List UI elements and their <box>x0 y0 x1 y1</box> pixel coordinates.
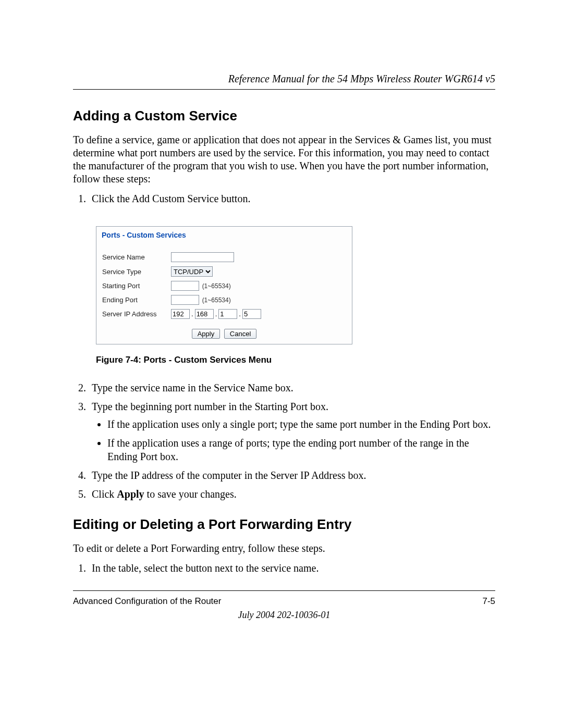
service-name-input[interactable] <box>171 252 234 262</box>
service-type-select[interactable]: TCP/UDP <box>171 266 213 277</box>
step-3: Type the beginning port number in the St… <box>89 400 495 463</box>
running-head: Reference Manual for the 54 Mbps Wireles… <box>73 73 495 85</box>
step-3-text: Type the beginning port number in the St… <box>92 401 328 412</box>
label-ending-port: Ending Port <box>102 294 170 305</box>
section2-steps: In the table, select the button next to … <box>73 561 495 575</box>
footer-left: Advanced Configuration of the Router <box>73 596 221 607</box>
steps-list-after: Type the service name in the Service Nam… <box>73 381 495 501</box>
document-page: Reference Manual for the 54 Mbps Wireles… <box>0 0 563 652</box>
footer-rule <box>73 590 495 591</box>
starting-port-input[interactable] <box>171 281 199 291</box>
apply-button[interactable]: Apply <box>192 329 221 339</box>
ending-port-range: (1~65534) <box>202 297 231 304</box>
section-heading-adding: Adding a Custom Service <box>73 108 495 124</box>
ip-octet-3[interactable] <box>218 309 237 319</box>
ip-octet-4[interactable] <box>242 309 261 319</box>
label-starting-port: Starting Port <box>102 280 170 291</box>
panel-title: Ports - Custom Services <box>102 231 347 239</box>
starting-port-range: (1~65534) <box>202 282 231 290</box>
footer-right: 7-5 <box>482 596 495 607</box>
header-rule <box>73 89 495 90</box>
steps-list-top: Click the Add Custom Service button. <box>73 192 495 205</box>
panel-form-table: Service Name Service Type TCP/UDP Starti… <box>102 249 262 323</box>
step-5-post: to save your changes. <box>144 488 237 500</box>
ip-dot: . <box>190 310 195 318</box>
step-4: Type the IP address of the computer in t… <box>89 468 495 482</box>
section2-intro: To edit or delete a Port Forwarding entr… <box>73 542 495 555</box>
ports-custom-services-panel: Ports - Custom Services Service Name Ser… <box>96 226 352 344</box>
step-1: Click the Add Custom Service button. <box>89 192 495 205</box>
step-2: Type the service name in the Service Nam… <box>89 381 495 394</box>
page-footer: Advanced Configuration of the Router 7-5 <box>73 596 495 607</box>
section2-step-1: In the table, select the button next to … <box>89 561 495 575</box>
ending-port-input[interactable] <box>171 295 199 305</box>
label-server-ip: Server IP Address <box>102 309 170 319</box>
figure-7-4: Ports - Custom Services Service Name Ser… <box>96 226 495 365</box>
step-3-bullets: If the application uses only a single po… <box>92 417 495 463</box>
ip-octet-1[interactable] <box>171 309 190 319</box>
footer-date: July 2004 202-10036-01 <box>73 610 495 621</box>
step-5-bold: Apply <box>117 488 144 500</box>
ip-octet-2[interactable] <box>195 309 214 319</box>
intro-paragraph: To define a service, game or application… <box>73 133 495 186</box>
ip-dot: . <box>214 310 219 318</box>
step-3-bullet-2: If the application uses a range of ports… <box>107 436 495 463</box>
step-3-bullet-1: If the application uses only a single po… <box>107 417 495 431</box>
ip-dot: . <box>237 310 242 318</box>
section-heading-editing: Editing or Deleting a Port Forwarding En… <box>73 516 495 533</box>
label-service-type: Service Type <box>102 266 170 277</box>
label-service-name: Service Name <box>102 252 170 263</box>
cancel-button[interactable]: Cancel <box>224 329 256 339</box>
step-5: Click Apply to save your changes. <box>89 487 495 501</box>
step-5-pre: Click <box>92 488 117 500</box>
figure-caption: Figure 7-4: Ports - Custom Services Menu <box>96 355 495 365</box>
